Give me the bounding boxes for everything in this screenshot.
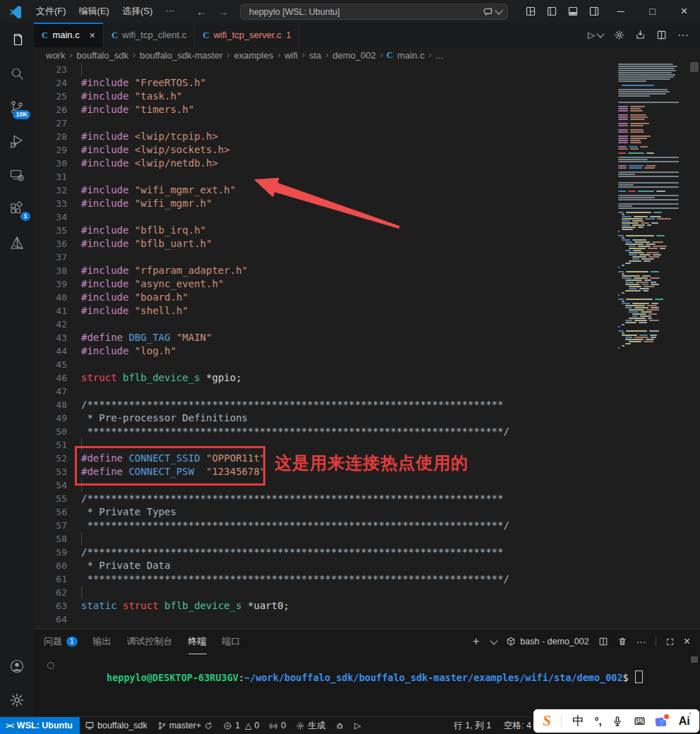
kill-terminal-icon[interactable]: [617, 637, 627, 646]
chevron-down-icon[interactable]: [495, 6, 502, 14]
minimap-row: [617, 265, 680, 266]
minimap[interactable]: [617, 64, 680, 360]
toggle-secondary-sidebar-icon[interactable]: [589, 6, 600, 17]
breadcrumb-item[interactable]: sta: [309, 50, 321, 61]
chevron-down-icon[interactable]: [490, 637, 498, 644]
breadcrumb-separator: ›: [325, 50, 328, 60]
sidebar-item-search[interactable]: [0, 56, 34, 90]
split-editor-icon[interactable]: [656, 30, 667, 40]
breadcrumb-item[interactable]: wifi: [284, 50, 298, 61]
command-center-search[interactable]: heppylo [WSL: Ubuntu]: [240, 4, 508, 20]
breadcrumb-item[interactable]: bouffalo_sdk: [76, 50, 128, 61]
remote-indicator[interactable]: >< WSL: Ubuntu: [0, 717, 80, 734]
breadcrumb-item[interactable]: ...: [435, 50, 443, 61]
cmake-launch-button[interactable]: ▷: [349, 717, 366, 734]
panel-tab-端口[interactable]: 端口: [222, 630, 241, 654]
breadcrumb-item[interactable]: main.c: [397, 50, 424, 61]
maximize-panel-icon[interactable]: [665, 637, 675, 646]
customize-layout-icon[interactable]: [525, 6, 536, 17]
split-terminal-icon[interactable]: [598, 637, 608, 646]
sidebar-item-cmake[interactable]: [0, 226, 34, 260]
sidebar-item-run-debug[interactable]: [0, 124, 34, 158]
minimap-row: [617, 91, 680, 92]
breadcrumb-separator: ›: [69, 50, 72, 60]
skin-brush-icon[interactable]: [656, 716, 668, 727]
code-line-56: 56 * Private Types: [34, 505, 615, 519]
editor-tabs: Cmain.c×Cwifi_tcp_client.cCwifi_tcp_serv…: [34, 23, 700, 47]
code-editor[interactable]: 2324#include "FreeRTOS.h"25#include "tas…: [34, 63, 615, 629]
close-button[interactable]: ×: [668, 0, 700, 23]
run-or-debug-button[interactable]: ▷: [588, 30, 603, 40]
ime-language-toggle[interactable]: 中: [572, 713, 584, 729]
c-file-icon: C: [387, 49, 393, 61]
sidebar-item-explorer[interactable]: [0, 23, 34, 56]
indentation-status[interactable]: 空格: 4: [504, 720, 531, 732]
problems-status[interactable]: 1 △ 0: [218, 717, 264, 734]
minimap-row: [617, 114, 680, 116]
panel-tab-问题[interactable]: 问题1: [44, 630, 78, 654]
panel-tab-label: 调试控制台: [127, 635, 173, 648]
forward-icon[interactable]: →: [218, 6, 229, 18]
more-actions-icon[interactable]: ···: [677, 29, 689, 42]
terminal-scrollbar-thumb[interactable]: [691, 656, 698, 663]
terminal[interactable]: heppylo@DESKTOP-63RU3GV:~/work/bouffalo_…: [34, 654, 700, 717]
sidebar-item-remote-explorer[interactable]: [0, 158, 34, 192]
sidebar-item-source-control[interactable]: 10K: [0, 90, 34, 124]
terminal-cube-icon: [506, 637, 516, 646]
toggle-sidebar-icon[interactable]: [546, 6, 557, 17]
editor-scrollbar-thumb[interactable]: [690, 62, 699, 72]
minimap-row: [617, 142, 680, 143]
sogou-logo-icon[interactable]: S: [543, 712, 551, 730]
sidebar-item-extensions[interactable]: 1: [0, 192, 34, 226]
copilot-chat-icon[interactable]: [483, 6, 493, 17]
more-actions-icon[interactable]: ···: [636, 636, 646, 647]
minimap-row: [617, 311, 680, 313]
new-terminal-icon[interactable]: +: [473, 635, 479, 648]
breadcrumb-item[interactable]: examples: [234, 50, 274, 61]
code-line-55: 55/*************************************…: [34, 492, 615, 505]
settings-button[interactable]: [0, 683, 34, 717]
line-text: static struct bflb_device_s *uart0;: [81, 599, 289, 613]
tab-wifi_tcp_server.c[interactable]: Cwifi_tcp_server.c1: [195, 23, 299, 47]
back-icon[interactable]: ←: [196, 6, 207, 18]
panel-tab-调试控制台[interactable]: 调试控制台: [127, 630, 173, 654]
menu-selection[interactable]: 选择(S): [116, 3, 159, 20]
keyboard-icon[interactable]: [634, 715, 646, 727]
tab-main.c[interactable]: Cmain.c×: [34, 23, 104, 47]
workspace-status[interactable]: bouffalo_sdk: [80, 717, 152, 734]
panel-tab-终端[interactable]: 终端: [188, 630, 207, 654]
cmake-build-button[interactable]: 生成: [291, 717, 330, 734]
panel-tab-输出[interactable]: 输出: [93, 630, 111, 654]
cursor-position-status[interactable]: 行 1, 列 1: [454, 720, 491, 732]
line-number: 49: [34, 411, 67, 425]
minimize-button[interactable]: ─: [605, 0, 636, 23]
ai-assistant-button[interactable]: Ai: [679, 715, 690, 728]
menu-more[interactable]: ···: [159, 3, 181, 20]
microphone-icon[interactable]: [612, 716, 623, 727]
cmake-debug-button[interactable]: [330, 717, 349, 734]
breadcrumb-item[interactable]: work: [46, 50, 65, 61]
indent-guide: [81, 63, 82, 76]
tab-wifi_tcp_client.c[interactable]: Cwifi_tcp_client.c: [104, 23, 195, 47]
toggle-panel-icon[interactable]: [567, 6, 579, 17]
terminal-instance-chip[interactable]: bash - demo_002: [506, 637, 589, 646]
breadcrumb-item[interactable]: demo_002: [332, 50, 375, 61]
menu-edit[interactable]: 编辑(E): [73, 3, 116, 20]
close-tab-icon[interactable]: ×: [90, 30, 95, 41]
close-panel-icon[interactable]: ×: [684, 635, 690, 648]
sync-icon[interactable]: [204, 721, 213, 730]
ports-status[interactable]: 0: [264, 717, 291, 734]
minimap-row: [617, 307, 680, 308]
ime-punctuation-toggle[interactable]: °,: [594, 715, 601, 727]
minimap-row: [617, 106, 680, 107]
git-branch-status[interactable]: master+: [152, 717, 219, 734]
minimap-row: [617, 218, 680, 219]
accounts-button[interactable]: [0, 649, 34, 683]
menu-bar: 文件(F)编辑(E)选择(S)···: [30, 3, 181, 20]
maximize-button[interactable]: □: [636, 0, 668, 23]
minimap-row: [617, 89, 680, 90]
breadcrumb-item[interactable]: bouffalo_sdk-master: [140, 50, 223, 61]
gear-icon[interactable]: [614, 30, 624, 40]
menu-file[interactable]: 文件(F): [30, 3, 73, 20]
install-build-icon[interactable]: [635, 30, 646, 40]
